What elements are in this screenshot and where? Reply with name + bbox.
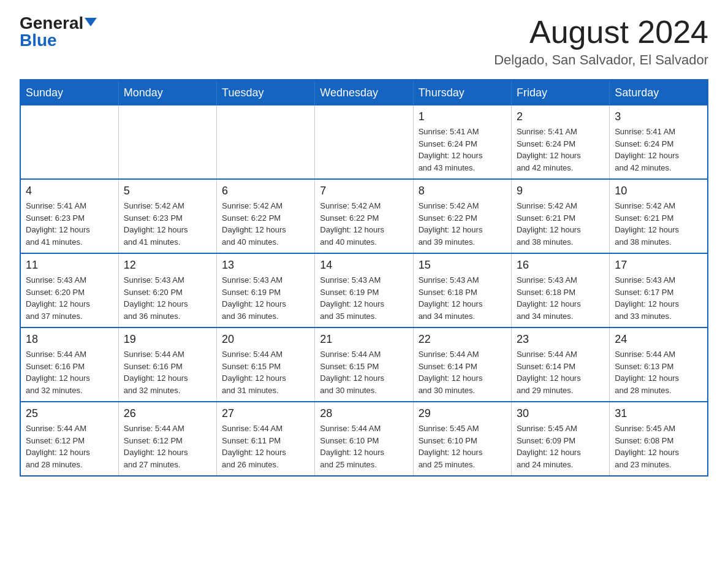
day-number: 31 [615, 407, 702, 420]
day-number: 28 [320, 407, 408, 420]
calendar-cell: 7Sunrise: 5:42 AM Sunset: 6:22 PM Daylig… [315, 179, 413, 253]
day-info: Sunrise: 5:44 AM Sunset: 6:14 PM Dayligh… [419, 348, 506, 396]
calendar-week-row: 18Sunrise: 5:44 AM Sunset: 6:16 PM Dayli… [20, 327, 708, 402]
calendar-cell [315, 105, 413, 179]
day-info: Sunrise: 5:44 AM Sunset: 6:12 PM Dayligh… [124, 423, 211, 470]
calendar-cell: 1Sunrise: 5:41 AM Sunset: 6:24 PM Daylig… [413, 105, 511, 179]
calendar-cell: 24Sunrise: 5:44 AM Sunset: 6:13 PM Dayli… [610, 327, 708, 402]
day-info: Sunrise: 5:42 AM Sunset: 6:22 PM Dayligh… [320, 200, 408, 248]
day-info: Sunrise: 5:43 AM Sunset: 6:18 PM Dayligh… [517, 274, 604, 322]
day-number: 1 [419, 110, 506, 123]
calendar-cell: 3Sunrise: 5:41 AM Sunset: 6:24 PM Daylig… [610, 105, 708, 179]
calendar-cell: 31Sunrise: 5:45 AM Sunset: 6:08 PM Dayli… [610, 402, 708, 476]
calendar-week-row: 1Sunrise: 5:41 AM Sunset: 6:24 PM Daylig… [20, 105, 708, 179]
calendar-cell: 11Sunrise: 5:43 AM Sunset: 6:20 PM Dayli… [20, 253, 118, 327]
day-number: 4 [26, 185, 113, 197]
day-number: 16 [517, 259, 604, 272]
day-number: 12 [124, 259, 211, 272]
day-info: Sunrise: 5:44 AM Sunset: 6:12 PM Dayligh… [26, 423, 113, 470]
calendar-week-row: 25Sunrise: 5:44 AM Sunset: 6:12 PM Dayli… [20, 402, 708, 476]
calendar-cell: 10Sunrise: 5:42 AM Sunset: 6:21 PM Dayli… [610, 179, 708, 253]
day-number: 6 [222, 185, 309, 197]
day-number: 18 [26, 333, 113, 346]
calendar-week-row: 11Sunrise: 5:43 AM Sunset: 6:20 PM Dayli… [20, 253, 708, 327]
day-info: Sunrise: 5:43 AM Sunset: 6:19 PM Dayligh… [320, 274, 408, 322]
day-number: 19 [124, 333, 211, 346]
day-number: 30 [517, 407, 604, 420]
logo-general: General [20, 15, 97, 32]
calendar-cell [118, 105, 216, 179]
calendar-cell: 27Sunrise: 5:44 AM Sunset: 6:11 PM Dayli… [217, 402, 315, 476]
day-number: 25 [26, 407, 113, 420]
calendar-cell: 15Sunrise: 5:43 AM Sunset: 6:18 PM Dayli… [413, 253, 511, 327]
calendar-cell: 8Sunrise: 5:42 AM Sunset: 6:22 PM Daylig… [413, 179, 511, 253]
day-header-monday: Monday [118, 80, 216, 105]
logo: General Blue [20, 15, 97, 50]
calendar-cell: 29Sunrise: 5:45 AM Sunset: 6:10 PM Dayli… [413, 402, 511, 476]
calendar-cell [217, 105, 315, 179]
day-header-sunday: Sunday [20, 80, 118, 105]
calendar-cell: 22Sunrise: 5:44 AM Sunset: 6:14 PM Dayli… [413, 327, 511, 402]
calendar-cell: 16Sunrise: 5:43 AM Sunset: 6:18 PM Dayli… [511, 253, 609, 327]
day-number: 26 [124, 407, 211, 420]
day-number: 13 [222, 259, 309, 272]
day-number: 22 [419, 333, 506, 346]
day-number: 14 [320, 259, 408, 272]
calendar-cell: 21Sunrise: 5:44 AM Sunset: 6:15 PM Dayli… [315, 327, 413, 402]
month-title: August 2024 [494, 15, 708, 50]
day-info: Sunrise: 5:44 AM Sunset: 6:16 PM Dayligh… [26, 348, 113, 396]
day-header-wednesday: Wednesday [315, 80, 413, 105]
day-info: Sunrise: 5:42 AM Sunset: 6:22 PM Dayligh… [419, 200, 506, 248]
calendar-cell: 17Sunrise: 5:43 AM Sunset: 6:17 PM Dayli… [610, 253, 708, 327]
day-info: Sunrise: 5:43 AM Sunset: 6:17 PM Dayligh… [615, 274, 702, 322]
day-info: Sunrise: 5:44 AM Sunset: 6:15 PM Dayligh… [320, 348, 408, 396]
calendar-cell: 19Sunrise: 5:44 AM Sunset: 6:16 PM Dayli… [118, 327, 216, 402]
day-number: 23 [517, 333, 604, 346]
day-info: Sunrise: 5:44 AM Sunset: 6:16 PM Dayligh… [124, 348, 211, 396]
calendar-cell: 20Sunrise: 5:44 AM Sunset: 6:15 PM Dayli… [217, 327, 315, 402]
day-number: 20 [222, 333, 309, 346]
calendar-cell [20, 105, 118, 179]
day-number: 21 [320, 333, 408, 346]
day-number: 5 [124, 185, 211, 197]
day-info: Sunrise: 5:41 AM Sunset: 6:24 PM Dayligh… [419, 126, 506, 174]
day-number: 10 [615, 185, 702, 197]
day-info: Sunrise: 5:42 AM Sunset: 6:21 PM Dayligh… [517, 200, 604, 248]
day-number: 3 [615, 110, 702, 123]
day-number: 24 [615, 333, 702, 346]
day-header-saturday: Saturday [610, 80, 708, 105]
day-info: Sunrise: 5:43 AM Sunset: 6:19 PM Dayligh… [222, 274, 309, 322]
day-info: Sunrise: 5:42 AM Sunset: 6:22 PM Dayligh… [222, 200, 309, 248]
day-info: Sunrise: 5:42 AM Sunset: 6:23 PM Dayligh… [124, 200, 211, 248]
calendar-week-row: 4Sunrise: 5:41 AM Sunset: 6:23 PM Daylig… [20, 179, 708, 253]
day-info: Sunrise: 5:44 AM Sunset: 6:15 PM Dayligh… [222, 348, 309, 396]
calendar-cell: 5Sunrise: 5:42 AM Sunset: 6:23 PM Daylig… [118, 179, 216, 253]
day-info: Sunrise: 5:43 AM Sunset: 6:20 PM Dayligh… [124, 274, 211, 322]
day-header-thursday: Thursday [413, 80, 511, 105]
calendar-cell: 28Sunrise: 5:44 AM Sunset: 6:10 PM Dayli… [315, 402, 413, 476]
calendar-cell: 23Sunrise: 5:44 AM Sunset: 6:14 PM Dayli… [511, 327, 609, 402]
calendar-table: SundayMondayTuesdayWednesdayThursdayFrid… [20, 79, 708, 477]
day-number: 11 [26, 259, 113, 272]
calendar-cell: 4Sunrise: 5:41 AM Sunset: 6:23 PM Daylig… [20, 179, 118, 253]
calendar-cell: 18Sunrise: 5:44 AM Sunset: 6:16 PM Dayli… [20, 327, 118, 402]
day-info: Sunrise: 5:45 AM Sunset: 6:08 PM Dayligh… [615, 423, 702, 470]
day-number: 15 [419, 259, 506, 272]
day-info: Sunrise: 5:44 AM Sunset: 6:11 PM Dayligh… [222, 423, 309, 470]
calendar-header-row: SundayMondayTuesdayWednesdayThursdayFrid… [20, 80, 708, 105]
calendar-cell: 13Sunrise: 5:43 AM Sunset: 6:19 PM Dayli… [217, 253, 315, 327]
calendar-cell: 9Sunrise: 5:42 AM Sunset: 6:21 PM Daylig… [511, 179, 609, 253]
calendar-cell: 26Sunrise: 5:44 AM Sunset: 6:12 PM Dayli… [118, 402, 216, 476]
day-info: Sunrise: 5:42 AM Sunset: 6:21 PM Dayligh… [615, 200, 702, 248]
calendar-cell: 12Sunrise: 5:43 AM Sunset: 6:20 PM Dayli… [118, 253, 216, 327]
calendar-cell: 6Sunrise: 5:42 AM Sunset: 6:22 PM Daylig… [217, 179, 315, 253]
logo-triangle-icon [85, 18, 97, 26]
logo-blue: Blue [20, 31, 57, 50]
day-number: 9 [517, 185, 604, 197]
day-number: 29 [419, 407, 506, 420]
day-header-friday: Friday [511, 80, 609, 105]
calendar-cell: 2Sunrise: 5:41 AM Sunset: 6:24 PM Daylig… [511, 105, 609, 179]
day-header-tuesday: Tuesday [217, 80, 315, 105]
title-section: August 2024 Delgado, San Salvador, El Sa… [494, 15, 708, 68]
day-info: Sunrise: 5:44 AM Sunset: 6:14 PM Dayligh… [517, 348, 604, 396]
